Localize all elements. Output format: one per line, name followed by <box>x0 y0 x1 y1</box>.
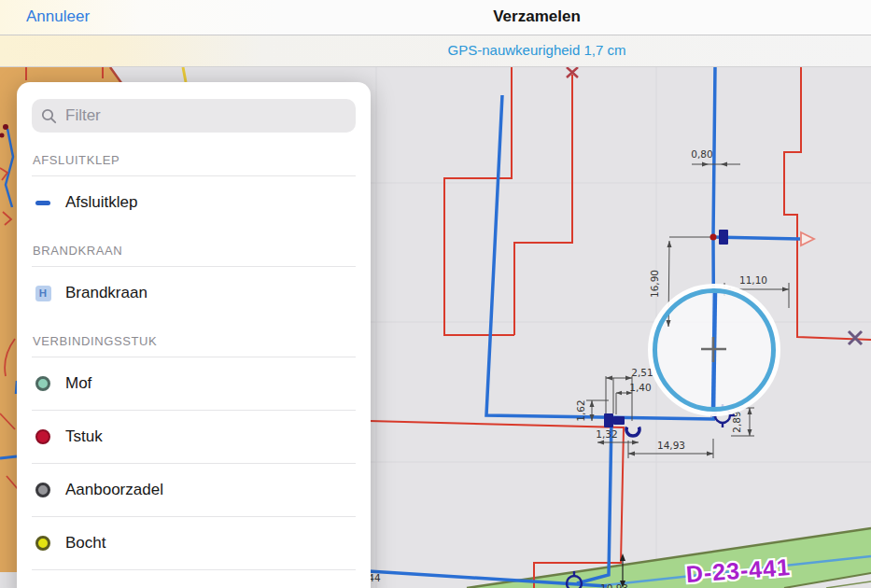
bocht-icon <box>33 536 53 551</box>
dimension-label: 1,62 <box>575 399 586 421</box>
list-item-label: Bocht <box>65 534 105 553</box>
section-header-verbindingsstuk: VERBINDINGSSTUK <box>17 319 371 357</box>
navigation-bar: Annuleer Verzamelen <box>0 0 871 35</box>
dimension-label: 1,40 <box>629 382 651 393</box>
list-item-brandkraan[interactable]: H Brandkraan <box>17 267 371 319</box>
mof-icon <box>33 376 53 391</box>
tstuk-node <box>710 234 717 241</box>
list-item-aanboorzadel[interactable]: Aanboorzadel <box>17 464 371 516</box>
dimension-label: 0,80 <box>691 148 712 160</box>
tstuk-icon <box>33 429 53 444</box>
dimension-label-clipped: 10,93 <box>600 582 628 588</box>
list-item-label: Afsluitklep <box>65 193 137 212</box>
list-item-label: Brandkraan <box>65 284 148 302</box>
dimension-label: 16,90 <box>649 270 660 298</box>
aanboorzadel-icon <box>33 483 53 497</box>
list-item-diameterovergang[interactable]: DiameterOvergang <box>17 570 371 588</box>
valve-symbol <box>604 413 613 427</box>
section-header-afsluitklep: AFSLUITKLEP <box>17 138 371 175</box>
feature-type-panel: AFSLUITKLEP Afsluitklep BRANDKRAAN H Bra… <box>17 82 371 588</box>
dimension-label: 1,32 <box>596 428 617 440</box>
filter-search-field[interactable] <box>32 99 356 133</box>
cancel-button[interactable]: Annuleer <box>26 7 90 26</box>
valve-symbol <box>719 230 728 245</box>
list-item-bocht[interactable]: Bocht <box>17 517 371 569</box>
valve-symbol <box>613 416 625 425</box>
search-icon <box>41 108 57 124</box>
brandkraan-hydrant-icon: H <box>33 286 53 301</box>
section-header-brandkraan: BRANDKRAAN <box>17 229 371 266</box>
list-item-label: Aanboorzadel <box>65 481 163 499</box>
list-item-label: Tstuk <box>65 427 103 446</box>
list-item-mof[interactable]: Mof <box>17 357 371 410</box>
dimension-label: 2,51 <box>631 367 653 378</box>
afsluitklep-dash-icon <box>33 201 53 205</box>
gps-status-bar: GPS-nauwkeurigheid 1,7 cm <box>0 35 871 67</box>
list-item-label: Mof <box>65 374 91 393</box>
filter-input[interactable] <box>63 105 346 126</box>
page-title: Verzamelen <box>493 7 581 26</box>
gps-accuracy-text: GPS-nauwkeurigheid 1,7 cm <box>448 42 626 58</box>
dimension-label: 11,10 <box>739 274 767 286</box>
magnifier-loupe[interactable] <box>651 287 778 413</box>
list-item-afsluitklep[interactable]: Afsluitklep <box>17 176 371 229</box>
list-item-tstuk[interactable]: Tstuk <box>17 411 371 463</box>
dimension-label: 14,93 <box>657 440 685 451</box>
